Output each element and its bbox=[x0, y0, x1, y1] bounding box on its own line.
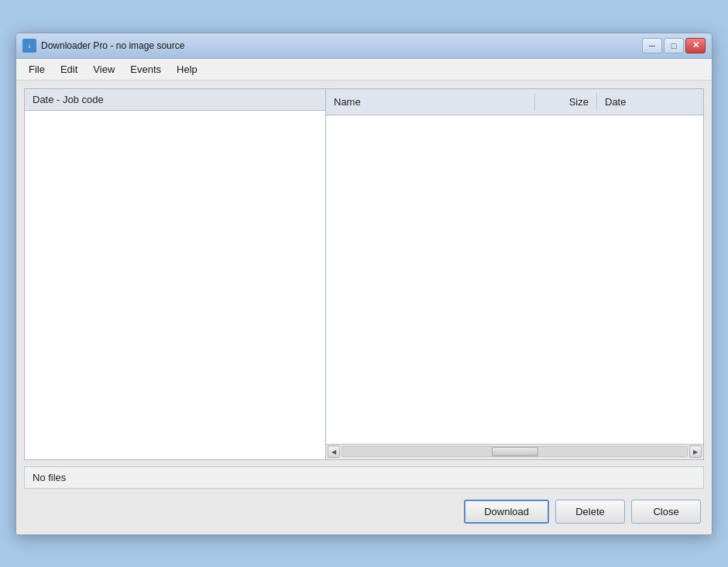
menu-view[interactable]: View bbox=[87, 61, 121, 77]
menu-file[interactable]: File bbox=[22, 61, 51, 77]
right-panel: Name Size Date ◀ ▶ bbox=[326, 88, 704, 460]
left-panel-body[interactable] bbox=[25, 111, 325, 459]
column-name-header: Name bbox=[326, 93, 535, 111]
status-bar: No files bbox=[24, 466, 704, 489]
scroll-right-arrow[interactable]: ▶ bbox=[689, 445, 702, 458]
delete-button[interactable]: Delete bbox=[555, 500, 625, 524]
title-bar-buttons: ─ □ ✕ bbox=[642, 38, 706, 53]
right-panel-body[interactable] bbox=[326, 115, 703, 444]
menu-edit[interactable]: Edit bbox=[54, 61, 84, 77]
right-panel-header: Name Size Date bbox=[326, 89, 703, 115]
scroll-thumb[interactable] bbox=[492, 447, 538, 456]
menu-events[interactable]: Events bbox=[124, 61, 167, 77]
close-button[interactable]: Close bbox=[631, 500, 701, 524]
buttons-row: Download Delete Close bbox=[24, 495, 704, 527]
maximize-button[interactable]: □ bbox=[664, 38, 684, 53]
column-size-header: Size bbox=[535, 93, 597, 111]
horizontal-scrollbar[interactable]: ◀ ▶ bbox=[326, 444, 703, 459]
download-button[interactable]: Download bbox=[464, 500, 549, 524]
menu-help[interactable]: Help bbox=[170, 61, 204, 77]
menu-bar: File Edit View Events Help bbox=[16, 59, 712, 81]
app-icon: ↓ bbox=[22, 39, 36, 53]
status-text: No files bbox=[33, 472, 66, 483]
column-date-header: Date bbox=[597, 93, 703, 111]
close-window-button[interactable]: ✕ bbox=[685, 38, 706, 53]
scroll-left-arrow[interactable]: ◀ bbox=[328, 445, 340, 458]
main-window: ↓ Downloader Pro - no image source ─ □ ✕… bbox=[15, 33, 713, 535]
left-panel: Date - Job code bbox=[24, 88, 326, 460]
scroll-track[interactable] bbox=[342, 446, 688, 457]
main-content: Date - Job code Name Size Date ◀ ▶ bbox=[16, 81, 712, 534]
minimize-button[interactable]: ─ bbox=[642, 38, 662, 53]
title-bar: ↓ Downloader Pro - no image source ─ □ ✕ bbox=[16, 33, 712, 59]
left-panel-header: Date - Job code bbox=[25, 89, 325, 111]
title-bar-left: ↓ Downloader Pro - no image source bbox=[22, 39, 184, 53]
panels-row: Date - Job code Name Size Date ◀ ▶ bbox=[24, 88, 704, 460]
window-title: Downloader Pro - no image source bbox=[41, 40, 184, 51]
